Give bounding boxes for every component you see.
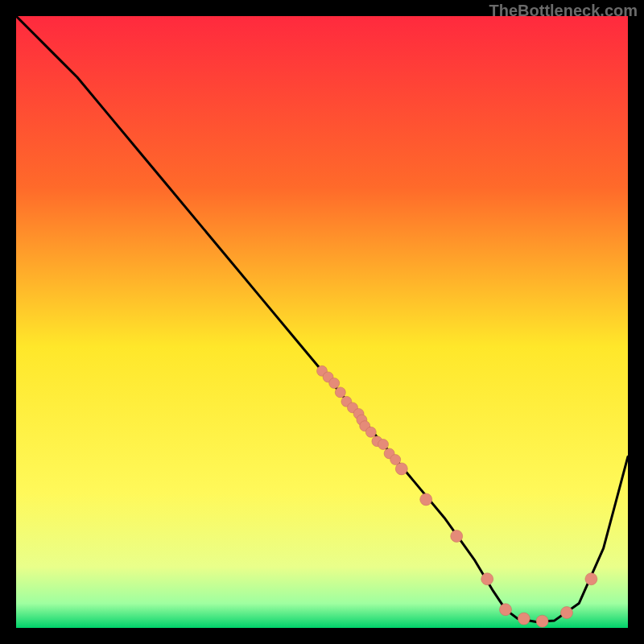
scatter-dot — [500, 604, 512, 616]
scatter-dot — [395, 463, 407, 475]
scatter-dot — [561, 607, 573, 619]
scatter-dot — [585, 573, 597, 585]
scatter-dot — [365, 427, 376, 437]
scatter-dot — [481, 573, 493, 585]
chart-stage: TheBottleneck.com — [0, 0, 644, 644]
scatter-dot — [536, 615, 548, 627]
gradient-background — [16, 16, 628, 628]
plot-area — [16, 16, 628, 628]
scatter-dot — [329, 378, 340, 389]
scatter-dot — [378, 440, 389, 450]
scatter-dot — [335, 387, 345, 398]
chart-svg — [16, 16, 628, 628]
scatter-dot — [518, 613, 530, 625]
scatter-dot — [451, 530, 463, 543]
scatter-dot — [420, 493, 432, 506]
